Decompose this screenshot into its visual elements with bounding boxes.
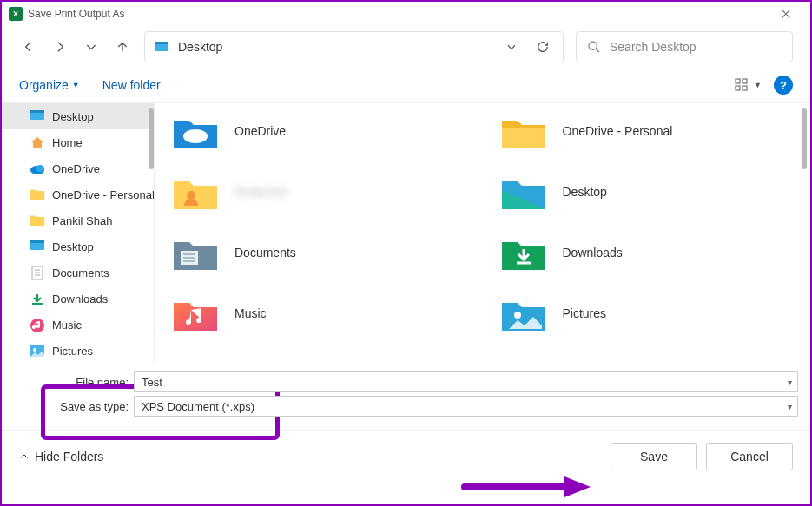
titlebar: X Save Print Output As: [2, 2, 810, 26]
content-pane: OneDriveOneDrive - PersonalRedactedDeskt…: [154, 102, 810, 363]
organize-menu[interactable]: Organize ▼: [19, 78, 80, 92]
new-folder-button[interactable]: New folder: [102, 78, 161, 92]
sidebar-item-pankil-shah[interactable]: Pankil Shah: [2, 207, 154, 233]
sidebar-item-label: OneDrive: [52, 162, 100, 175]
folder-yellow-icon: [30, 187, 45, 201]
close-button[interactable]: [769, 3, 803, 25]
sidebar-item-downloads[interactable]: Downloads: [2, 286, 154, 312]
toolbar: Organize ▼ New folder ▼ ?: [2, 68, 810, 102]
savetype-label: Save as type:: [42, 400, 134, 413]
save-button[interactable]: Save: [611, 443, 697, 470]
home-icon: [30, 135, 45, 149]
music-folder-icon: [172, 294, 219, 332]
svg-rect-16: [743, 86, 747, 90]
desktop-icon: [154, 41, 169, 53]
sidebar-item-desktop[interactable]: Desktop: [2, 103, 154, 129]
content-item-documents[interactable]: Documents: [172, 233, 465, 272]
user-folder-icon: [172, 173, 219, 211]
svg-point-17: [183, 129, 208, 143]
refresh-button[interactable]: [531, 36, 554, 58]
content-item-redacted[interactable]: Redacted: [172, 173, 465, 211]
main-area: DesktopHomeOneDriveOneDrive - PersonalPa…: [2, 102, 810, 363]
content-item-label: Documents: [234, 246, 296, 260]
hide-folders-toggle[interactable]: Hide Folders: [19, 450, 602, 463]
chevron-up-icon: [19, 451, 30, 462]
sidebar-item-documents[interactable]: Documents: [2, 260, 154, 286]
sidebar-item-label: OneDrive - Personal: [52, 188, 154, 201]
navigation-row: Desktop: [2, 26, 810, 68]
sidebar-item-desktop[interactable]: Desktop: [2, 233, 154, 260]
sidebar-item-label: Music: [52, 319, 82, 332]
sidebar-item-label: Home: [52, 136, 83, 149]
file-fields: File name: Test▾ Save as type: XPS Docum…: [2, 363, 810, 430]
content-scrollbar[interactable]: [802, 108, 807, 169]
sidebar-item-label: Pictures: [52, 345, 93, 358]
content-item-label: Pictures: [563, 306, 607, 320]
forward-button[interactable]: [50, 37, 69, 56]
address-dropdown[interactable]: [500, 36, 523, 58]
content-item-label: OneDrive: [234, 124, 286, 138]
svg-rect-15: [736, 86, 740, 90]
back-button[interactable]: [19, 37, 38, 56]
filename-input[interactable]: Test▾: [134, 371, 798, 392]
downloads-icon: [30, 292, 45, 306]
sidebar-item-pictures[interactable]: Pictures: [2, 338, 154, 364]
sidebar-item-label: Pankil Shah: [52, 214, 112, 227]
sidebar-item-label: Desktop: [52, 240, 94, 253]
svg-point-12: [589, 42, 597, 49]
onedrive-folder-icon: [172, 112, 219, 150]
svg-rect-14: [743, 79, 747, 83]
search-input[interactable]: [610, 40, 782, 54]
pictures-icon: [30, 344, 45, 358]
window-title: Save Print Output As: [28, 8, 769, 20]
downloads-folder-icon: [500, 233, 547, 272]
sidebar-item-label: Documents: [52, 266, 109, 279]
content-item-onedrive[interactable]: OneDrive: [172, 112, 465, 150]
folder-yellow-icon: [500, 112, 547, 150]
sidebar-item-music[interactable]: Music: [2, 312, 154, 338]
recent-dropdown[interactable]: [82, 37, 101, 56]
content-item-label: Redacted: [234, 185, 287, 199]
savetype-select[interactable]: XPS Document (*.xps)▾: [134, 396, 798, 417]
documents-icon: [30, 266, 45, 279]
chevron-down-icon[interactable]: ▾: [788, 378, 792, 387]
documents-folder-icon: [172, 233, 219, 272]
footer: Hide Folders Save Cancel: [2, 430, 810, 481]
content-item-label: Desktop: [563, 185, 607, 199]
address-bar[interactable]: Desktop: [144, 31, 564, 62]
location-text: Desktop: [178, 40, 492, 54]
content-item-label: OneDrive - Personal: [563, 124, 673, 138]
desktop-folder-icon: [500, 173, 547, 211]
up-button[interactable]: [113, 37, 132, 56]
search-icon: [587, 40, 601, 54]
search-box[interactable]: [576, 31, 793, 62]
content-item-downloads[interactable]: Downloads: [500, 233, 794, 272]
desktop-icon: [30, 109, 45, 123]
sidebar: DesktopHomeOneDriveOneDrive - PersonalPa…: [2, 102, 154, 363]
onedrive-icon: [30, 161, 45, 175]
filename-label: File name:: [42, 376, 134, 389]
view-toggle[interactable]: ▼: [735, 78, 762, 92]
svg-rect-13: [736, 79, 740, 83]
content-item-pictures[interactable]: Pictures: [500, 294, 794, 332]
desktop-icon: [30, 240, 45, 253]
content-item-music[interactable]: Music: [172, 294, 465, 332]
pictures-folder-icon: [500, 294, 547, 332]
content-item-desktop[interactable]: Desktop: [500, 173, 794, 211]
sidebar-item-label: Downloads: [52, 292, 108, 306]
sidebar-item-onedrive-personal[interactable]: OneDrive - Personal: [2, 181, 154, 207]
content-item-onedrive-personal[interactable]: OneDrive - Personal: [500, 112, 794, 150]
svg-point-24: [514, 312, 521, 319]
svg-point-18: [187, 191, 195, 200]
content-item-label: Music: [234, 306, 267, 320]
sidebar-item-onedrive[interactable]: OneDrive: [2, 155, 154, 181]
help-button[interactable]: ?: [774, 76, 793, 95]
music-icon: [30, 318, 45, 332]
excel-icon: X: [9, 7, 23, 21]
sidebar-item-label: Desktop: [52, 110, 94, 123]
cancel-button[interactable]: Cancel: [706, 443, 793, 470]
content-item-label: Downloads: [563, 246, 623, 260]
folder-yellow-icon: [30, 214, 45, 227]
sidebar-item-home[interactable]: Home: [2, 129, 154, 155]
chevron-down-icon[interactable]: ▾: [788, 402, 792, 411]
